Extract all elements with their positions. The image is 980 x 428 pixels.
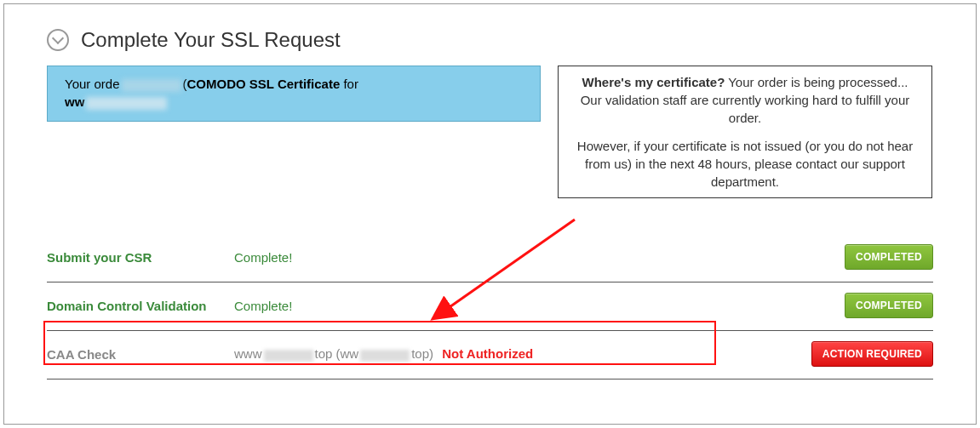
step-label: CAA Check — [47, 347, 234, 362]
redacted-text — [264, 350, 313, 362]
page-header: Complete Your SSL Request — [47, 28, 933, 52]
order-prefix: Your orde — [65, 77, 120, 91]
redacted-text — [360, 350, 410, 362]
steps-list: Submit your CSR Complete! COMPLETED Doma… — [47, 234, 933, 379]
domain-prefix: ww — [65, 94, 84, 109]
order-summary-box: Your orde(COMODO SSL Certificate for ww — [47, 66, 541, 122]
certificate-info-box: Where's my certificate? Your order is be… — [558, 66, 932, 198]
domain-text-suffix: top) — [411, 346, 433, 361]
chevron-down-icon[interactable] — [47, 29, 69, 51]
completed-badge[interactable]: COMPLETED — [845, 293, 933, 318]
redacted-domain — [86, 97, 167, 110]
step-row-dcv: Domain Control Validation Complete! COMP… — [47, 282, 933, 331]
step-row-csr: Submit your CSR Complete! COMPLETED — [47, 234, 933, 282]
step-row-caa: CAA Check wwwtop (wwtop) Not Authorized … — [47, 331, 933, 379]
step-label: Domain Control Validation — [47, 299, 234, 313]
certificate-name: COMODO SSL Certificate — [187, 77, 341, 91]
content-row: Your orde(COMODO SSL Certificate for ww … — [47, 66, 933, 198]
ssl-request-panel: Complete Your SSL Request Your orde(COMO… — [3, 3, 977, 425]
not-authorized-text: Not Authorized — [442, 346, 533, 361]
step-status: wwwtop (wwtop) Not Authorized — [234, 346, 811, 361]
domain-text-mid: top (ww — [315, 346, 359, 361]
completed-badge[interactable]: COMPLETED — [845, 244, 933, 270]
info-paragraph-2: However, if your certificate is not issu… — [570, 137, 920, 191]
page-title: Complete Your SSL Request — [81, 28, 341, 52]
info-heading: Where's my certificate? — [582, 75, 725, 89]
action-required-badge[interactable]: ACTION REQUIRED — [811, 341, 933, 367]
step-label: Submit your CSR — [47, 250, 234, 265]
step-status: Complete! — [234, 299, 845, 313]
step-status: Complete! — [234, 250, 845, 265]
redacted-text — [122, 79, 181, 92]
info-paragraph-1: Where's my certificate? Your order is be… — [570, 73, 920, 127]
for-text: for — [340, 77, 358, 91]
domain-text-prefix: www — [234, 346, 262, 361]
